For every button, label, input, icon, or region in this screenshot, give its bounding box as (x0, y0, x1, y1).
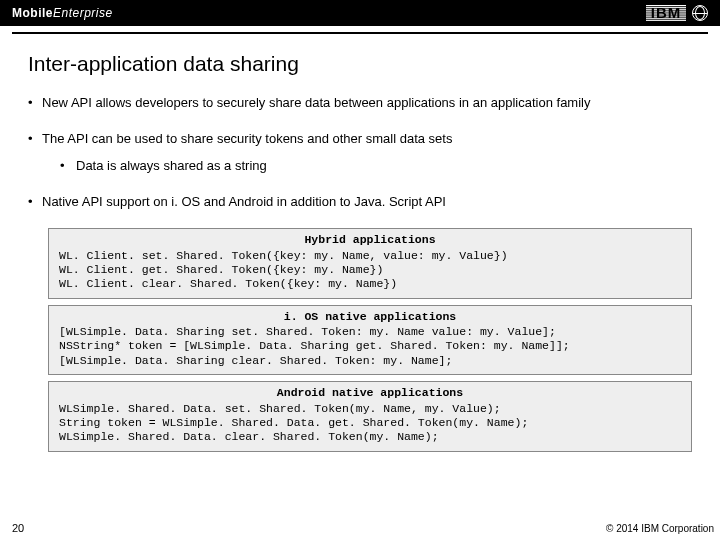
page-number: 20 (12, 522, 24, 534)
brand-prefix: Mobile (12, 6, 53, 20)
code-hybrid: Hybrid applications WL. Client. set. Sha… (48, 228, 692, 299)
header-right: IBM (646, 5, 708, 21)
code-line: String token = WLSimple. Shared. Data. g… (59, 416, 681, 430)
sub-bullet-list: Data is always shared as a string (42, 157, 692, 175)
code-line: [WLSimple. Data. Sharing set. Shared. To… (59, 325, 681, 339)
page-title: Inter-application data sharing (28, 52, 692, 76)
code-android-title: Android native applications (59, 386, 681, 400)
brand-suffix: Enterprise (53, 6, 113, 20)
brand: MobileEnterprise (12, 6, 113, 20)
slide-header: MobileEnterprise IBM (0, 0, 720, 26)
bullet-list: New API allows developers to securely sh… (28, 94, 692, 210)
code-line: WLSimple. Shared. Data. set. Shared. Tok… (59, 402, 681, 416)
code-ios-title: i. OS native applications (59, 310, 681, 324)
code-ios: i. OS native applications [WLSimple. Dat… (48, 305, 692, 376)
bullet-2: The API can be used to share security to… (28, 130, 692, 175)
copyright: © 2014 IBM Corporation (606, 523, 714, 534)
code-hybrid-title: Hybrid applications (59, 233, 681, 247)
bullet-2-sub: Data is always shared as a string (42, 157, 692, 175)
code-android: Android native applications WLSimple. Sh… (48, 381, 692, 452)
code-line: WL. Client. clear. Shared. Token({key: m… (59, 277, 681, 291)
svg-text:IBM: IBM (651, 5, 682, 21)
code-line: WL. Client. get. Shared. Token({key: my.… (59, 263, 681, 277)
slide-content: Inter-application data sharing New API a… (0, 34, 720, 452)
code-line: [WLSimple. Data. Sharing clear. Shared. … (59, 354, 681, 368)
ibm-logo-icon: IBM (646, 5, 686, 21)
globe-icon (692, 5, 708, 21)
bullet-1: New API allows developers to securely sh… (28, 94, 692, 112)
bullet-2-text: The API can be used to share security to… (42, 131, 452, 146)
code-line: WL. Client. set. Shared. Token({key: my.… (59, 249, 681, 263)
bullet-3: Native API support on i. OS and Android … (28, 193, 692, 211)
code-line: NSString* token = [WLSimple. Data. Shari… (59, 339, 681, 353)
code-line: WLSimple. Shared. Data. clear. Shared. T… (59, 430, 681, 444)
